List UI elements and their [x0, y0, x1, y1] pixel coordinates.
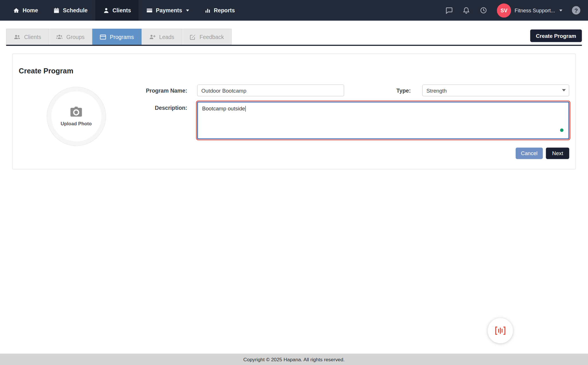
nav-item-reports[interactable]: Reports — [197, 0, 243, 21]
name-type-row: Program Name: Type: Strength — [134, 85, 569, 96]
tab-label: Groups — [66, 34, 84, 40]
program-form: Upload Photo Program Name: Type: Strengt… — [19, 85, 569, 159]
clients-icon — [14, 34, 21, 40]
tab-programs[interactable]: Programs — [92, 29, 142, 45]
leads-icon — [149, 34, 156, 40]
copyright-text: Copyright © 2025 Hapana. All rights rese… — [243, 356, 345, 362]
chat-icon[interactable] — [445, 7, 453, 14]
program-name-input[interactable] — [197, 85, 344, 96]
payments-icon — [146, 7, 153, 14]
page-content: Clients Groups Programs — [0, 29, 588, 169]
form-actions: Cancel Next — [134, 148, 569, 159]
tab-label: Feedback — [200, 34, 224, 40]
program-name-label: Program Name: — [134, 87, 187, 93]
text-cursor — [245, 106, 246, 112]
upload-photo-label: Upload Photo — [61, 121, 92, 127]
description-textarea[interactable]: Bootcamp outside — [197, 102, 569, 139]
type-select-wrap: Strength — [422, 85, 569, 96]
groups-icon — [56, 34, 63, 40]
app-viewport: Home Schedule Clients Payments — [0, 0, 588, 365]
nav-item-home[interactable]: Home — [5, 0, 46, 21]
page-title: Create Program — [19, 67, 569, 75]
tab-label: Programs — [110, 34, 134, 40]
reports-icon — [204, 7, 211, 14]
upload-column: Upload Photo — [19, 85, 134, 159]
cancel-button[interactable]: Cancel — [515, 148, 543, 159]
tab-label: Leads — [159, 34, 174, 40]
feedback-icon — [189, 34, 196, 40]
user-menu[interactable]: SV Fitness Support... — [497, 3, 562, 17]
sub-tabs: Clients Groups Programs — [6, 29, 231, 45]
nav-items: Home Schedule Clients Payments — [5, 0, 243, 21]
grammar-status-dot — [560, 128, 564, 132]
home-icon — [13, 7, 20, 14]
calendar-icon — [53, 7, 60, 14]
chevron-down-icon — [559, 9, 562, 11]
bell-icon[interactable] — [463, 7, 470, 14]
nav-item-payments[interactable]: Payments — [139, 0, 197, 21]
barcode-icon — [494, 325, 506, 336]
footer: Copyright © 2025 Hapana. All rights rese… — [0, 354, 588, 365]
description-text: Bootcamp outside — [202, 106, 245, 112]
tab-clients[interactable]: Clients — [6, 29, 49, 45]
user-icon — [103, 7, 109, 14]
programs-icon — [100, 34, 107, 40]
nav-item-clients[interactable]: Clients — [95, 0, 139, 21]
tab-feedback[interactable]: Feedback — [182, 29, 232, 45]
camera-icon — [70, 106, 83, 118]
tab-leads[interactable]: Leads — [142, 29, 182, 45]
tabs-row: Clients Groups Programs — [6, 29, 582, 46]
nav-item-label: Schedule — [63, 7, 88, 13]
tab-label: Clients — [24, 34, 41, 40]
support-launcher-button[interactable] — [488, 318, 513, 343]
type-select[interactable]: Strength — [422, 85, 569, 96]
nav-item-schedule[interactable]: Schedule — [46, 0, 95, 21]
nav-item-label: Payments — [156, 7, 182, 13]
avatar: SV — [497, 3, 511, 17]
top-navbar: Home Schedule Clients Payments — [0, 0, 588, 21]
user-name: Fitness Support... — [514, 7, 555, 13]
description-label: Description: — [134, 102, 187, 111]
navbar-right: SV Fitness Support... ? — [445, 0, 588, 21]
nav-item-label: Home — [23, 7, 38, 13]
next-button[interactable]: Next — [546, 148, 569, 159]
chevron-down-icon — [186, 9, 189, 11]
help-icon[interactable]: ? — [572, 6, 580, 14]
create-program-card: Create Program Upload Photo Program Name… — [12, 54, 576, 169]
description-row: Description: Bootcamp outside — [134, 102, 569, 139]
upload-photo-button[interactable]: Upload Photo — [47, 87, 106, 146]
clock-icon[interactable] — [480, 7, 488, 14]
create-program-button[interactable]: Create Program — [530, 30, 582, 42]
nav-item-label: Clients — [113, 7, 131, 13]
type-label: Type: — [396, 87, 411, 93]
tab-groups[interactable]: Groups — [49, 29, 92, 45]
nav-item-label: Reports — [214, 7, 235, 13]
form-fields: Program Name: Type: Strength Description — [134, 85, 569, 159]
